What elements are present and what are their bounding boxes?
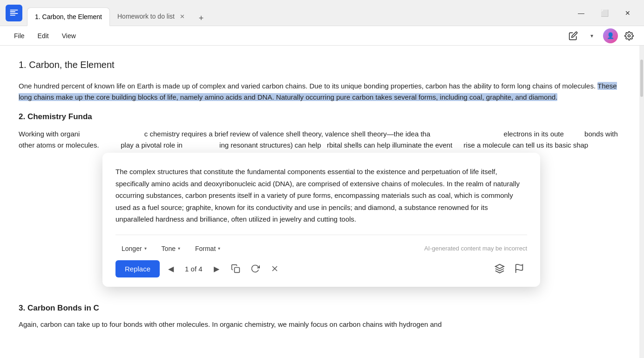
menu-file[interactable]: File: [7, 29, 31, 42]
format-dropdown[interactable]: Format ▾: [189, 242, 226, 256]
format-chevron-icon: ▾: [218, 246, 220, 251]
window-controls: — ⬜ ✕: [570, 6, 638, 20]
right-action-buttons: [492, 261, 527, 277]
pen-icon[interactable]: [566, 28, 581, 43]
tab-active-label: 1. Carbon, the Element: [35, 13, 102, 20]
ai-popup: The complex structures that constitute t…: [102, 153, 540, 287]
tone-label: Tone: [162, 245, 176, 252]
dismiss-icon[interactable]: [267, 261, 283, 277]
ai-disclaimer: AI-generated content may be incorrect: [424, 245, 527, 252]
svg-point-0: [628, 34, 630, 37]
longer-dropdown[interactable]: Longer ▾: [115, 242, 153, 256]
menu-bar-right: ▾ 👤: [566, 28, 637, 43]
tab-inactive-label: Homework to do list: [117, 13, 175, 20]
menu-bar: File Edit View ▾ 👤: [0, 26, 644, 46]
layers-icon[interactable]: [492, 261, 508, 277]
longer-chevron-icon: ▾: [144, 246, 147, 251]
para1-before: One hundred percent of known life on Ear…: [19, 82, 596, 90]
scrollbar-thumb[interactable]: [640, 60, 643, 97]
replace-button[interactable]: Replace: [115, 260, 160, 277]
document-title: 1. Carbon, the Element: [19, 60, 625, 70]
format-label: Format: [195, 245, 216, 252]
ai-popup-actions: Replace ◀ 1 of 4 ▶: [115, 256, 527, 277]
flag-icon[interactable]: [511, 261, 527, 277]
nav-prev-button[interactable]: ◀: [163, 261, 178, 276]
paragraph-1: One hundred percent of known life on Ear…: [19, 81, 625, 103]
svg-marker-4: [495, 264, 504, 269]
paragraph-3: Again, carbon can take up to four bonds …: [19, 319, 638, 330]
page-indicator: 1 of 4: [182, 265, 205, 273]
section3-area: 3. Carbon Bonds in C Again, carbon can t…: [19, 302, 638, 330]
document-area: 1. Carbon, the Element One hundred perce…: [0, 46, 644, 358]
tab-add-button[interactable]: +: [194, 11, 209, 26]
tabs-area: 1. Carbon, the Element Homework to do li…: [27, 0, 570, 26]
refresh-icon[interactable]: [247, 261, 263, 277]
copy-icon[interactable]: [228, 261, 244, 277]
tab-inactive-homework[interactable]: Homework to do list ✕: [110, 7, 194, 26]
tone-dropdown[interactable]: Tone ▾: [156, 242, 186, 256]
settings-icon[interactable]: [622, 28, 637, 43]
tab-active-carbon[interactable]: 1. Carbon, the Element: [27, 7, 110, 26]
minimize-button[interactable]: —: [570, 6, 592, 20]
section2-title: 2. Chemistry Fundamentals: [19, 110, 625, 123]
app-icon: [6, 5, 22, 21]
longer-label: Longer: [122, 245, 142, 252]
maximize-button[interactable]: ⬜: [594, 6, 615, 20]
chevron-down-icon[interactable]: ▾: [584, 28, 599, 43]
ai-popup-toolbar: Longer ▾ Tone ▾ Format ▾ AI-generated co…: [115, 235, 527, 256]
user-avatar[interactable]: 👤: [603, 28, 618, 43]
section3-title: 3. Carbon Bonds in C: [19, 302, 638, 314]
title-bar: 1. Carbon, the Element Homework to do li…: [0, 0, 644, 26]
tone-chevron-icon: ▾: [178, 246, 180, 251]
tab-close-icon[interactable]: ✕: [178, 13, 186, 20]
paragraph-2: Working with organic chemistry requires …: [19, 128, 625, 151]
close-button[interactable]: ✕: [617, 6, 638, 20]
nav-next-button[interactable]: ▶: [209, 261, 224, 276]
document-body: One hundred percent of known life on Ear…: [19, 81, 625, 151]
ai-popup-content: The complex structures that constitute t…: [115, 166, 527, 225]
scrollbar[interactable]: [639, 46, 644, 358]
svg-rect-1: [234, 268, 239, 273]
menu-view[interactable]: View: [55, 29, 82, 42]
menu-edit[interactable]: Edit: [31, 29, 55, 42]
